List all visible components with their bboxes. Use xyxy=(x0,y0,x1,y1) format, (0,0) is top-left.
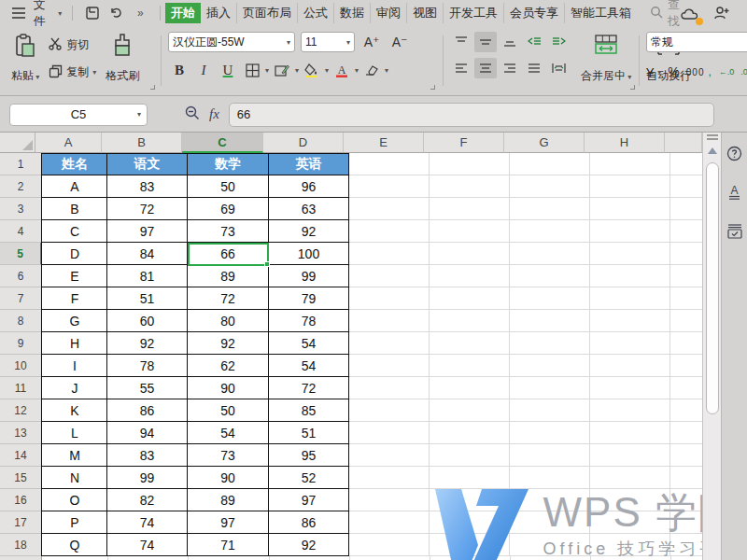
tab-插入[interactable]: 插入 xyxy=(201,3,237,23)
cell-A15[interactable]: N xyxy=(41,467,107,489)
cell-C15[interactable]: 90 xyxy=(188,467,269,489)
tab-智能工具箱[interactable]: 智能工具箱 xyxy=(565,3,637,23)
cell-H8[interactable] xyxy=(590,310,670,332)
decrease-font-button[interactable]: A⁻ xyxy=(388,32,411,52)
tab-视图[interactable]: 视图 xyxy=(407,3,444,23)
cell-D18[interactable]: 92 xyxy=(269,534,349,556)
cell-C10[interactable]: 62 xyxy=(188,355,269,377)
cell-A7[interactable]: F xyxy=(41,287,107,310)
cell-E2[interactable] xyxy=(349,175,430,198)
cell-E3[interactable] xyxy=(349,198,430,220)
row-header-7[interactable]: 7 xyxy=(0,287,42,310)
cell-H16[interactable] xyxy=(590,489,670,511)
cell-x3[interactable] xyxy=(670,198,702,220)
cell-A10[interactable]: I xyxy=(41,355,107,377)
zoom-formula-icon[interactable] xyxy=(185,105,200,123)
borders-button[interactable] xyxy=(241,60,263,80)
cell-G8[interactable] xyxy=(510,310,590,332)
cell-E8[interactable] xyxy=(349,310,430,332)
row-header-2[interactable]: 2 xyxy=(0,175,42,198)
cell-A2[interactable]: A xyxy=(41,175,107,198)
cell-D14[interactable]: 95 xyxy=(269,444,349,467)
cell-G17[interactable] xyxy=(510,511,590,534)
cell-D9[interactable]: 54 xyxy=(269,332,349,355)
increase-indent-icon[interactable] xyxy=(547,32,570,52)
tab-公式[interactable]: 公式 xyxy=(298,3,334,23)
cell-A8[interactable]: G xyxy=(41,310,107,332)
split-handle-icon[interactable] xyxy=(707,134,718,140)
tab-审阅[interactable]: 审阅 xyxy=(371,3,407,23)
cell-H1[interactable] xyxy=(590,153,670,175)
cell-A19[interactable] xyxy=(42,556,108,560)
cell-H14[interactable] xyxy=(590,444,670,467)
font-color-button[interactable]: A xyxy=(331,60,353,80)
insert-function-icon[interactable]: fx xyxy=(209,106,219,122)
cell-A14[interactable]: M xyxy=(41,444,107,467)
cell-F3[interactable] xyxy=(430,198,510,220)
hamburger-menu-icon[interactable] xyxy=(9,3,28,23)
cell-B15[interactable]: 99 xyxy=(107,467,188,489)
group-expander[interactable] xyxy=(630,85,635,90)
cell-D11[interactable]: 72 xyxy=(269,377,349,399)
cell-F9[interactable] xyxy=(430,332,510,355)
cell-B9[interactable]: 92 xyxy=(107,332,188,355)
cell-E1[interactable] xyxy=(349,153,430,175)
cell-x12[interactable] xyxy=(670,399,702,422)
column-header-partial[interactable] xyxy=(665,133,702,153)
thousands-button[interactable]: 000, xyxy=(686,61,712,83)
cell-F1[interactable] xyxy=(430,153,510,175)
tab-会员专享[interactable]: 会员专享 xyxy=(504,3,565,23)
cell-D7[interactable]: 79 xyxy=(269,287,349,310)
cell-H6[interactable] xyxy=(590,265,670,287)
draw-border-icon[interactable] xyxy=(271,60,293,80)
cell-A11[interactable]: J xyxy=(41,377,107,399)
align-bottom-icon[interactable] xyxy=(499,32,521,52)
cell-H15[interactable] xyxy=(590,467,670,489)
cell-F16[interactable] xyxy=(430,489,510,511)
cell-D4[interactable]: 92 xyxy=(269,220,349,243)
cell-G12[interactable] xyxy=(510,399,590,422)
cell-C6[interactable]: 89 xyxy=(188,265,269,287)
cell-E17[interactable] xyxy=(349,511,430,534)
increase-font-button[interactable]: A⁺ xyxy=(360,32,383,52)
cell-B10[interactable]: 78 xyxy=(107,355,188,377)
cell-G9[interactable] xyxy=(510,332,590,355)
column-header-C[interactable]: C xyxy=(182,133,263,153)
cell-E18[interactable] xyxy=(349,534,430,556)
cell-D2[interactable]: 96 xyxy=(269,175,349,198)
formula-input[interactable]: 66 xyxy=(229,103,714,127)
scroll-up-arrow-icon[interactable] xyxy=(708,147,717,154)
cell-B14[interactable]: 83 xyxy=(107,444,188,467)
format-painter-button[interactable]: 格式刷 xyxy=(102,32,143,86)
cell-B5[interactable]: 84 xyxy=(107,243,188,265)
row-header-13[interactable]: 13 xyxy=(0,422,42,444)
cell-F10[interactable] xyxy=(430,355,510,377)
cell-F2[interactable] xyxy=(430,175,510,198)
cell-D1[interactable]: 英语 xyxy=(269,153,349,175)
paste-button[interactable]: 粘贴 ▾ xyxy=(7,32,43,86)
cell-C13[interactable]: 54 xyxy=(188,422,269,444)
cell-C3[interactable]: 69 xyxy=(188,198,269,220)
bold-button[interactable]: B xyxy=(168,60,190,80)
align-right-icon[interactable] xyxy=(499,58,521,78)
cell-A5[interactable]: D xyxy=(41,243,107,265)
cell-A18[interactable]: Q xyxy=(41,534,107,556)
cell-G5[interactable] xyxy=(510,243,590,265)
cell-E12[interactable] xyxy=(349,399,430,422)
percent-button[interactable]: % xyxy=(668,61,679,83)
cell-C11[interactable]: 90 xyxy=(188,377,269,399)
cell-H18[interactable] xyxy=(590,534,670,556)
cell-x1[interactable] xyxy=(670,153,702,175)
cell-B6[interactable]: 81 xyxy=(107,265,188,287)
row-header-15[interactable]: 15 xyxy=(0,467,42,489)
cell-C19[interactable] xyxy=(189,556,270,560)
cell-B4[interactable]: 97 xyxy=(107,220,188,243)
cell-H12[interactable] xyxy=(590,399,670,422)
spellcheck-icon[interactable]: A xyxy=(726,183,744,202)
cell-F17[interactable] xyxy=(430,511,510,534)
distribute-icon[interactable] xyxy=(547,58,570,78)
cell-D10[interactable]: 54 xyxy=(269,355,349,377)
cell-G7[interactable] xyxy=(510,287,590,310)
spreadsheet-grid[interactable]: ABCDEFGH1姓名语文数学英语2A8350963B7269634C97739… xyxy=(0,133,702,560)
cell-H5[interactable] xyxy=(590,243,670,265)
